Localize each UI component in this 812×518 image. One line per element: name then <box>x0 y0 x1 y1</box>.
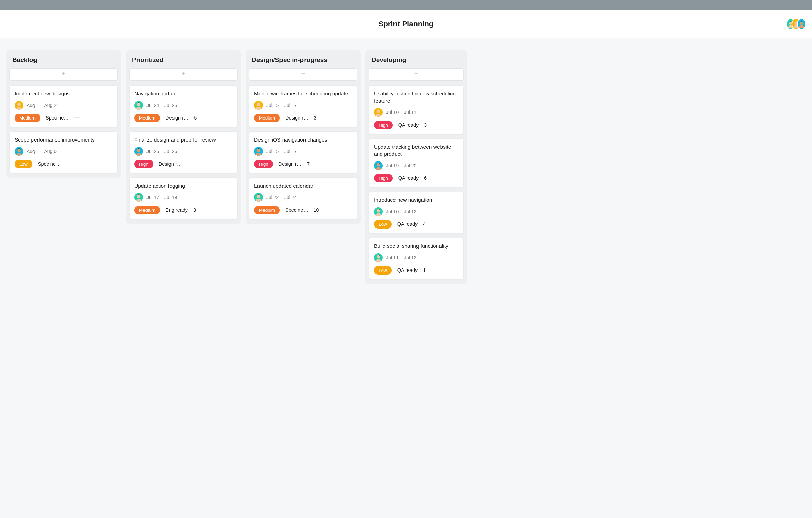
kanban-board: Backlog Implement new designs Aug 1 – Au… <box>0 38 812 298</box>
plus-icon <box>414 71 419 78</box>
card-dates: Aug 1 – Aug 6 <box>27 149 57 154</box>
task-card[interactable]: Navigation update Jul 24 – Jul 25MediumD… <box>129 85 238 127</box>
card-meta-row: Jul 25 – Jul 26 <box>134 147 232 156</box>
card-dates: Jul 24 – Jul 25 <box>146 103 177 108</box>
task-card[interactable]: Build social sharing functionality Jul 1… <box>369 238 464 280</box>
svg-point-17 <box>137 149 140 152</box>
task-card[interactable]: Update tracking between website and prod… <box>369 138 464 188</box>
card-dates: Jul 22 – Jul 24 <box>266 195 297 200</box>
task-card[interactable]: Scope performance improvements Aug 1 – A… <box>9 131 118 173</box>
card-tags-row: HighQA ready3 <box>374 121 458 129</box>
card-dates: Aug 1 – Aug 2 <box>27 103 57 108</box>
plus-icon <box>61 71 66 78</box>
card-meta-row: Jul 10 – Jul 11 <box>374 108 458 117</box>
card-tags-row: MediumSpec ne… <box>15 114 113 122</box>
card-status: Design r… <box>285 115 309 121</box>
avatar[interactable] <box>134 193 143 202</box>
column-cards: Implement new designs Aug 1 – Aug 2Mediu… <box>9 85 118 173</box>
avatar[interactable] <box>254 101 263 110</box>
priority-pill: Medium <box>254 114 280 122</box>
priority-pill: High <box>374 174 393 182</box>
avatar[interactable] <box>254 147 263 156</box>
svg-point-31 <box>377 110 380 113</box>
task-card[interactable]: Introduce new navigation Jul 10 – Jul 12… <box>369 192 464 234</box>
avatar[interactable] <box>374 161 383 170</box>
card-status: Design r… <box>278 161 302 167</box>
priority-pill: Low <box>15 160 32 168</box>
card-count: 3 <box>424 122 429 128</box>
task-card[interactable]: Usability testing for new scheduling fea… <box>369 85 464 134</box>
add-card-button[interactable] <box>249 68 357 81</box>
card-dates: Jul 15 – Jul 17 <box>266 103 297 108</box>
project-members[interactable] <box>786 18 806 30</box>
card-title: Scope performance improvements <box>15 136 113 144</box>
card-count: 3 <box>193 207 198 213</box>
card-meta-row: Aug 1 – Aug 6 <box>15 147 113 156</box>
card-title: Update action logging <box>134 182 232 190</box>
card-tags-row: HighQA ready6 <box>374 174 458 182</box>
avatar[interactable] <box>374 108 383 117</box>
empty-field-placeholder <box>187 164 193 164</box>
card-status: Design r… <box>159 161 182 167</box>
page-title: Sprint Planning <box>379 20 434 28</box>
card-title: Design iOS navigation changes <box>254 136 352 144</box>
svg-point-35 <box>377 209 380 212</box>
add-card-button[interactable] <box>9 68 118 81</box>
svg-point-11 <box>17 149 21 152</box>
card-status: Spec ne… <box>46 115 69 121</box>
avatar[interactable] <box>254 193 263 202</box>
svg-point-23 <box>257 103 260 106</box>
card-title: Navigation update <box>134 90 232 98</box>
card-meta-row: Jul 19 – Jul 20 <box>374 161 458 170</box>
task-card[interactable]: Implement new designs Aug 1 – Aug 2Mediu… <box>9 85 118 127</box>
card-count: 5 <box>194 115 199 121</box>
card-status: Eng ready <box>165 207 188 213</box>
card-dates: Jul 25 – Jul 26 <box>146 149 177 154</box>
card-tags-row: LowQA ready4 <box>374 220 458 229</box>
card-count: 4 <box>423 221 428 227</box>
card-tags-row: MediumDesign r…5 <box>134 114 232 122</box>
avatar[interactable] <box>15 101 23 110</box>
priority-pill: Low <box>374 266 392 275</box>
card-title: Update tracking between website and prod… <box>374 144 458 158</box>
add-card-button[interactable] <box>129 68 238 81</box>
avatar[interactable] <box>797 18 806 30</box>
card-status: Design r… <box>165 115 189 121</box>
avatar[interactable] <box>15 147 23 156</box>
svg-point-19 <box>137 195 140 198</box>
priority-pill: High <box>134 160 153 168</box>
browser-chrome-bar <box>0 0 812 10</box>
card-title: Usability testing for new scheduling fea… <box>374 90 458 105</box>
svg-point-27 <box>257 195 260 198</box>
priority-pill: Medium <box>134 206 160 214</box>
task-card[interactable]: Design iOS navigation changes Jul 15 – J… <box>249 131 357 173</box>
priority-pill: Medium <box>254 206 280 214</box>
task-card[interactable]: Mobile wireframes for scheduling update … <box>249 85 357 127</box>
avatar[interactable] <box>134 101 143 110</box>
card-tags-row: LowSpec ne… <box>15 160 113 168</box>
avatar[interactable] <box>134 147 143 156</box>
card-tags-row: HighDesign r… <box>134 160 232 168</box>
avatar[interactable] <box>374 207 383 216</box>
priority-pill: High <box>374 121 393 129</box>
card-tags-row: HighDesign r…7 <box>254 160 352 168</box>
column-cards: Navigation update Jul 24 – Jul 25MediumD… <box>129 85 238 219</box>
card-dates: Jul 11 – Jul 12 <box>386 255 416 260</box>
card-dates: Jul 19 – Jul 20 <box>386 163 416 168</box>
card-status: QA ready <box>397 267 418 273</box>
card-title: Implement new designs <box>15 90 113 98</box>
column-cards: Mobile wireframes for scheduling update … <box>249 85 357 219</box>
card-title: Mobile wireframes for scheduling update <box>254 90 352 98</box>
board-column: Prioritized Navigation update Jul 24 – J… <box>126 50 241 224</box>
card-dates: Jul 10 – Jul 12 <box>386 209 416 214</box>
card-status: QA ready <box>398 122 419 128</box>
avatar[interactable] <box>374 253 383 262</box>
column-cards: Usability testing for new scheduling fea… <box>369 85 464 280</box>
task-card[interactable]: Finalize design and prep for review Jul … <box>129 131 238 173</box>
task-card[interactable]: Launch updated calendar Jul 22 – Jul 24M… <box>249 177 357 219</box>
card-meta-row: Jul 15 – Jul 17 <box>254 101 352 110</box>
card-meta-row: Aug 1 – Aug 2 <box>15 101 113 110</box>
task-card[interactable]: Update action logging Jul 17 – Jul 19Med… <box>129 177 238 219</box>
add-card-button[interactable] <box>369 68 464 81</box>
card-tags-row: LowQA ready1 <box>374 266 458 275</box>
